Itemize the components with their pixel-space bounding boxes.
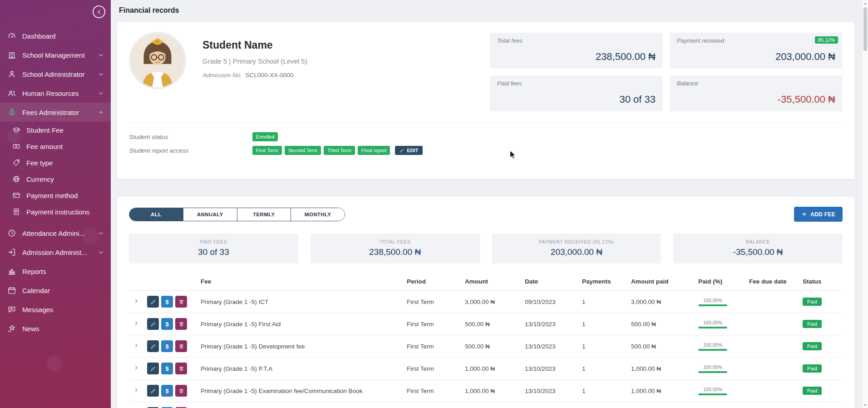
edit-fee-button[interactable] bbox=[147, 363, 159, 374]
record-payment-button[interactable]: $ bbox=[161, 318, 173, 330]
amount-cell: 1,000.00 ₦ bbox=[462, 358, 522, 380]
status-badge: Paid bbox=[803, 364, 822, 373]
column-header: Status bbox=[800, 274, 843, 291]
sidebar-item-fee-amount[interactable]: Fee amount bbox=[0, 138, 111, 154]
tab-annualy[interactable]: ANNUALY bbox=[183, 208, 237, 221]
tab-all[interactable]: ALL bbox=[129, 208, 183, 221]
expand-row-button[interactable] bbox=[132, 297, 141, 306]
sidebar-item-calendar[interactable]: Calendar bbox=[0, 281, 111, 300]
balance-box: Balance -35,500.00 ₦ bbox=[670, 75, 843, 111]
amount-paid-cell: 1,000.00 ₦ bbox=[628, 380, 695, 402]
column-header: Payments bbox=[579, 274, 628, 291]
amount-paid-cell: 500.00 ₦ bbox=[628, 335, 695, 358]
record-payment-button[interactable]: $ bbox=[161, 385, 173, 397]
sidebar-item-student-fee[interactable]: Student Fee bbox=[0, 122, 111, 138]
paid-progress-bar bbox=[698, 304, 727, 306]
sidebar-item-currency[interactable]: Currency bbox=[0, 171, 111, 187]
tab-termly[interactable]: TERMLY bbox=[237, 208, 291, 221]
edit-fee-button[interactable] bbox=[147, 296, 159, 308]
table-header-row: FeePeriodAmountDatePaymentsAmount paidPa… bbox=[129, 274, 843, 291]
edit-fee-button[interactable] bbox=[147, 318, 159, 330]
edit-fee-button[interactable] bbox=[147, 340, 159, 352]
record-payment-button[interactable]: $ bbox=[161, 296, 173, 308]
sidebar-item-reports[interactable]: Reports bbox=[0, 262, 111, 281]
summary-box-value: 30 of 33 bbox=[133, 247, 295, 257]
sidebar-item-school-management[interactable]: School Management bbox=[0, 45, 111, 65]
status-badge: Paid bbox=[803, 387, 822, 395]
paid-progress: 100.00% bbox=[698, 387, 727, 395]
date-cell: 13/10/2023 bbox=[522, 335, 579, 358]
sidebar-item-payment-method[interactable]: Payment method bbox=[0, 187, 111, 204]
globe-icon bbox=[12, 175, 20, 183]
column-header: Paid (%) bbox=[695, 274, 746, 291]
summary-box: PAID FEES 30 of 33 bbox=[129, 234, 298, 264]
sidebar-item-attendance-administration[interactable]: Attendance Admini... bbox=[0, 224, 111, 243]
total-fees-box: Total fees 238,500.00 ₦ bbox=[490, 33, 663, 69]
sidebar-item-school-administrator[interactable]: School Administrator bbox=[0, 65, 111, 84]
fee-name-cell: Primary (Grade 1 -5) ICT bbox=[198, 291, 404, 313]
scrollbar-thumb[interactable] bbox=[863, 7, 867, 51]
actions-column-header bbox=[144, 274, 198, 291]
sidebar-item-label: Dashboard bbox=[22, 32, 55, 40]
credit-card-icon bbox=[12, 191, 20, 199]
delete-fee-button[interactable] bbox=[175, 296, 187, 308]
chat-icon bbox=[7, 305, 16, 314]
balance-label: Balance bbox=[677, 80, 835, 87]
delete-fee-button[interactable] bbox=[175, 385, 187, 397]
date-cell: 13/10/2023 bbox=[522, 380, 579, 402]
expand-row-button[interactable] bbox=[132, 386, 141, 395]
student-grade: Grade 5 | Primary School (Level 5) bbox=[202, 57, 393, 65]
expand-row-button[interactable] bbox=[132, 364, 141, 373]
sidebar-collapse-button[interactable] bbox=[93, 5, 105, 18]
sidebar-item-payment-instructions[interactable]: Payment instructions bbox=[0, 204, 111, 220]
delete-fee-button[interactable] bbox=[175, 318, 187, 330]
dollar-icon: $ bbox=[165, 299, 168, 305]
record-payment-button[interactable]: $ bbox=[161, 340, 173, 352]
fees-summary-row: PAID FEES 30 of 33 TOTAL FEES 238,500.00… bbox=[129, 234, 843, 264]
total-fees-value: 238,500.00 ₦ bbox=[497, 51, 656, 63]
sidebar-item-messages[interactable]: Messages bbox=[0, 300, 111, 319]
edit-fee-button[interactable] bbox=[147, 385, 159, 397]
scroll-down-arrow[interactable]: ▼ bbox=[863, 402, 868, 408]
sidebar-item-dashboard[interactable]: Dashboard bbox=[0, 26, 111, 45]
sidebar-item-label: Attendance Admini... bbox=[22, 229, 85, 237]
sidebar-item-fees-administrator[interactable]: Fees Administrator bbox=[0, 103, 111, 122]
trash-icon bbox=[178, 343, 184, 349]
expand-row-button[interactable] bbox=[132, 319, 141, 328]
summary-box-label: PAYMENT RECEIVED (85.12%) bbox=[496, 239, 658, 244]
fee-due-date-cell bbox=[746, 335, 800, 358]
add-fee-button[interactable]: ADD FEE bbox=[794, 207, 843, 222]
edit-report-access-button[interactable]: EDIT bbox=[395, 146, 423, 155]
pencil-icon bbox=[150, 343, 156, 349]
sidebar-item-human-resources[interactable]: Human Resources bbox=[0, 84, 111, 103]
sidebar-item-fee-type[interactable]: Fee type bbox=[0, 154, 111, 171]
expand-row-button[interactable] bbox=[132, 342, 141, 351]
status-badge: Paid bbox=[803, 320, 822, 328]
period-cell: First Term bbox=[404, 335, 462, 358]
delete-fee-button[interactable] bbox=[175, 363, 187, 374]
sidebar-item-news[interactable]: News bbox=[0, 319, 111, 338]
total-fees-label: Total fees bbox=[497, 37, 656, 44]
tab-monthly[interactable]: MONTHLY bbox=[291, 208, 345, 221]
payments-cell: 1 bbox=[579, 358, 628, 380]
speedometer-icon bbox=[7, 31, 16, 40]
sidebar-item-label: Student Fee bbox=[26, 126, 64, 134]
date-cell: 13/10/2023 bbox=[522, 313, 579, 335]
scroll-up-arrow[interactable]: ▲ bbox=[863, 0, 868, 6]
sidebar-item-admission-administration[interactable]: Admission Administ... bbox=[0, 243, 111, 262]
sidebar-item-label: Calendar bbox=[22, 287, 50, 294]
dollar-icon: $ bbox=[165, 321, 168, 328]
record-payment-button[interactable]: $ bbox=[161, 363, 173, 374]
status-badge: Enrolled bbox=[252, 132, 278, 141]
building-icon bbox=[7, 50, 16, 60]
graduation-cap-icon bbox=[12, 126, 20, 134]
vertical-scrollbar[interactable]: ▲ ▼ bbox=[862, 0, 868, 408]
paid-fees-value: 30 of 33 bbox=[497, 94, 656, 105]
paid-fees-label: Paid fees bbox=[497, 80, 656, 87]
period-cell: First Term bbox=[404, 291, 462, 313]
column-header: Fee due date bbox=[746, 274, 800, 291]
delete-fee-button[interactable] bbox=[175, 340, 187, 352]
summary-box: PAYMENT RECEIVED (85.12%) 203,000.00 ₦ bbox=[492, 234, 661, 264]
table-row: $ Primary (Grade 1 -5) P.T.A First Term … bbox=[129, 358, 843, 380]
paid-percent-label: 100.00% bbox=[698, 342, 727, 348]
